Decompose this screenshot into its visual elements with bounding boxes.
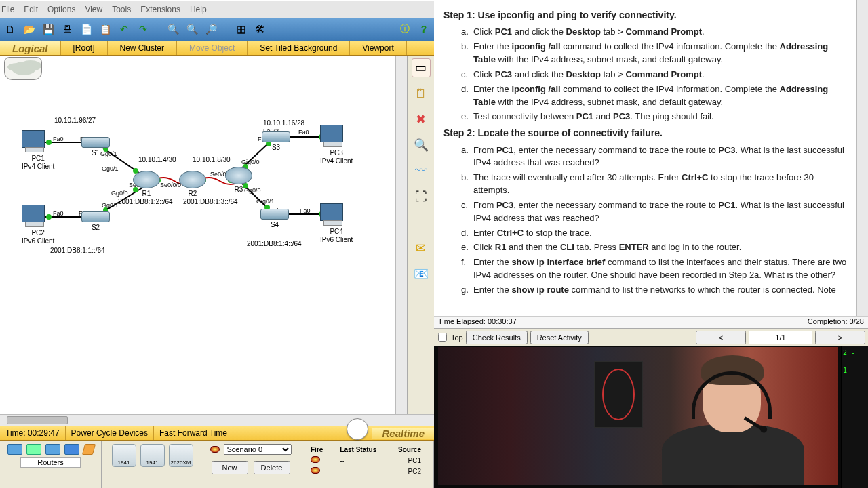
paste-icon[interactable]: 📋: [98, 22, 113, 37]
help-icon[interactable]: ?: [416, 22, 431, 37]
instruction-item: c.From PC3, enter the necessary command …: [461, 199, 847, 225]
palette-icon[interactable]: ▦: [233, 22, 248, 37]
sim-time: Time: 00:29:47: [0, 426, 66, 440]
root-button[interactable]: [Root]: [61, 41, 108, 55]
menu-help[interactable]: Help: [190, 5, 207, 14]
device-1841[interactable]: 1841: [112, 444, 136, 467]
custom-device-icon[interactable]: 🛠: [252, 22, 267, 37]
scenario-delete-button[interactable]: Delete: [254, 461, 290, 474]
pdu-list[interactable]: FireLast StatusSource --PC1 --PC2: [302, 444, 429, 477]
category-icons[interactable]: [7, 444, 94, 455]
delete-tool-icon[interactable]: ✖: [412, 110, 431, 129]
info-icon[interactable]: ⓘ: [397, 22, 412, 37]
col-source: Source: [389, 445, 428, 454]
node-s3[interactable]: S3: [262, 131, 290, 152]
device-1941[interactable]: 1941: [140, 444, 165, 467]
realtime-tab[interactable]: Realtime: [372, 428, 434, 439]
clock-icon[interactable]: [347, 418, 368, 440]
zoom-in-icon[interactable]: 🔍: [165, 22, 180, 37]
instruction-item: g.Enter the show ip route command to lis…: [461, 284, 847, 298]
instruction-item: b.The trace will eventually end after 30…: [461, 171, 847, 197]
fast-forward-button[interactable]: Fast Forward Time: [154, 426, 342, 440]
col-last-status: Last Status: [333, 445, 387, 454]
activity-status: Time Elapsed: 00:30:37 Completion: 0/28: [434, 316, 868, 328]
node-pc1[interactable]: PC1IPv4 Client: [22, 130, 54, 170]
if-label: Gg0/1: [102, 165, 119, 172]
power-cycle-button[interactable]: Power Cycle Devices: [66, 426, 154, 440]
note-tool-icon[interactable]: 🗒: [412, 84, 431, 103]
inspect-tool-icon[interactable]: 🔍: [412, 136, 431, 155]
resize-tool-icon[interactable]: ⛶: [412, 187, 431, 206]
instruction-item: d.Enter the ipconfig /all command to col…: [461, 83, 847, 109]
instructions-vscroll[interactable]: [856, 0, 868, 316]
node-r1[interactable]: R1: [133, 171, 160, 198]
workspace-vscroll[interactable]: [395, 56, 407, 414]
category-label: Routers: [20, 457, 81, 468]
step1-heading: Step 1: Use ipconfig and ping to verify …: [443, 8, 847, 22]
if-label: Gg0/1: [102, 202, 119, 209]
next-page-button[interactable]: >: [815, 331, 865, 344]
realtime-bar: Time: 00:29:47 Power Cycle Devices Fast …: [0, 426, 434, 441]
select-tool-icon[interactable]: ▭: [412, 58, 431, 77]
node-r2[interactable]: R2: [179, 171, 206, 198]
if-label: Fa0: [298, 129, 309, 136]
network-label: 2001:DB8:1:3::/64: [183, 198, 238, 205]
navigation-cloud-icon[interactable]: [4, 57, 42, 80]
logical-toolbar: Logical [Root] New Cluster Move Object S…: [0, 41, 434, 56]
node-pc2[interactable]: PC2IPv6 Client: [22, 205, 54, 245]
redo-icon[interactable]: ↷: [136, 22, 151, 37]
zoom-reset-icon[interactable]: 🔍: [184, 22, 199, 37]
device-2620xm[interactable]: 2620XM: [169, 444, 193, 467]
device-palette: Routers 1841 1941 2620XM Scenario 0 New …: [0, 441, 434, 488]
node-r3[interactable]: R3: [225, 167, 252, 194]
menu-bar: File Edit Options View Tools Extensions …: [0, 0, 434, 18]
viewport-button[interactable]: Viewport: [350, 41, 406, 55]
print-icon[interactable]: 🖶: [60, 22, 75, 37]
open-file-icon[interactable]: 📂: [22, 22, 37, 37]
node-s2[interactable]: S2: [81, 211, 110, 232]
presenter: [662, 350, 804, 485]
col-fire: Fire: [304, 445, 332, 454]
draw-tool-icon[interactable]: 〰: [412, 161, 431, 180]
if-label: Gig0/1: [256, 198, 275, 205]
node-s1[interactable]: S1: [81, 137, 110, 157]
move-object-button[interactable]: Move Object: [177, 41, 248, 55]
menu-edit[interactable]: Edit: [24, 5, 38, 14]
instruction-item: a.From PC1, enter the necessary command …: [461, 144, 847, 170]
network-label: 2001:DB8:1:1::/64: [50, 247, 105, 254]
pdu-row[interactable]: --PC1: [304, 455, 428, 465]
pdu-row[interactable]: --PC2: [304, 466, 428, 476]
menu-tools[interactable]: Tools: [112, 5, 131, 14]
node-s4[interactable]: S4: [260, 209, 289, 229]
menu-extensions[interactable]: Extensions: [140, 5, 180, 14]
menu-file[interactable]: File: [1, 5, 14, 14]
undo-icon[interactable]: ↶: [117, 22, 132, 37]
simple-pdu-icon[interactable]: ✉: [412, 239, 431, 258]
node-pc3[interactable]: PC3IPv4 Client: [320, 125, 353, 165]
top-checkbox[interactable]: [438, 333, 447, 342]
logical-tab[interactable]: Logical: [0, 41, 61, 55]
save-file-icon[interactable]: 💾: [41, 22, 56, 37]
copy-icon[interactable]: 📄: [79, 22, 94, 37]
topology-canvas[interactable]: 10.10.1.96/27 10.10.1.16/28 10.10.1.4/30…: [0, 56, 395, 414]
new-cluster-button[interactable]: New Cluster: [108, 41, 177, 55]
complex-pdu-icon[interactable]: 📧: [412, 264, 431, 283]
instruction-item: c.Click PC3 and click the Desktop tab > …: [461, 68, 847, 81]
check-results-button[interactable]: Check Results: [466, 331, 528, 344]
workspace-hscroll[interactable]: [0, 414, 434, 426]
scenario-select[interactable]: Scenario 0: [224, 444, 292, 455]
new-file-icon[interactable]: 🗋: [3, 22, 18, 37]
scenario-new-button[interactable]: New: [212, 461, 248, 474]
menu-options[interactable]: Options: [47, 5, 75, 14]
zoom-out-icon[interactable]: 🔎: [203, 22, 218, 37]
if-label: Fa0: [300, 207, 311, 214]
node-pc4[interactable]: PC4IPv6 Client: [320, 203, 353, 243]
instruction-item: e.Test connectivity between PC1 and PC3.…: [461, 110, 847, 123]
network-label: 10.10.1.4/30: [138, 156, 176, 163]
menu-view[interactable]: View: [85, 5, 102, 14]
prev-page-button[interactable]: <: [696, 331, 746, 344]
reset-activity-button[interactable]: Reset Activity: [530, 331, 589, 344]
set-background-button[interactable]: Set Tiled Background: [248, 41, 350, 55]
instructions-panel: Step 1: Use ipconfig and ping to verify …: [434, 0, 856, 298]
webcam-overlay: 2 -1—: [434, 346, 868, 488]
